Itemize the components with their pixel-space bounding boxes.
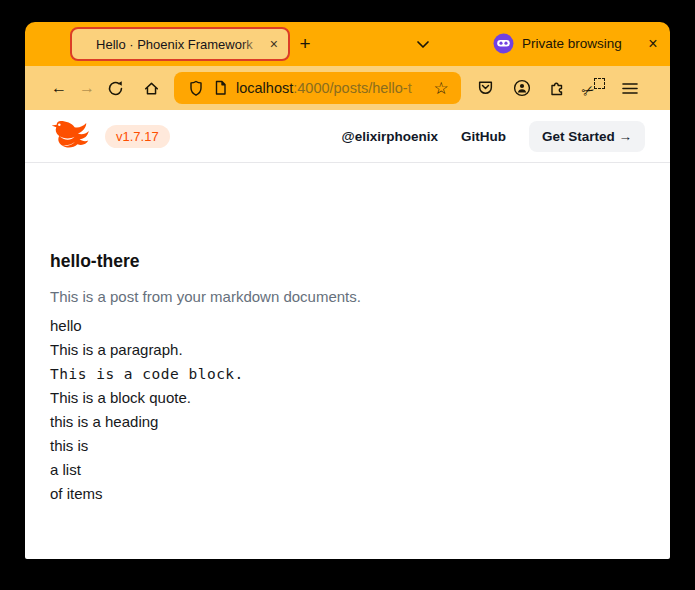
version-badge: v1.7.17 (105, 125, 170, 148)
list-tabs-chevron-down-icon[interactable] (409, 30, 437, 58)
navigation-toolbar: ← → localhost:4000/posts/hello-t ☆ (25, 66, 670, 110)
url-bar[interactable]: localhost:4000/posts/hello-t ☆ (174, 72, 461, 104)
link-elixirphoenix[interactable]: @elixirphoenix (342, 129, 438, 144)
home-button[interactable] (137, 74, 165, 102)
post-line: a list (50, 458, 645, 482)
private-mask-icon (493, 33, 514, 54)
post-title: hello-there (50, 251, 645, 271)
reload-button[interactable] (101, 74, 129, 102)
post-line: of items (50, 482, 645, 506)
post-line: hello (50, 314, 645, 338)
tab-bar: Hello · Phoenix Framework × + Private br… (25, 22, 670, 66)
toolbar-right-icons: ✂ (472, 74, 643, 102)
back-button[interactable]: ← (45, 74, 73, 102)
active-tab[interactable]: Hello · Phoenix Framework × (70, 27, 290, 61)
url-host: localhost (236, 80, 293, 96)
phoenix-logo[interactable] (50, 118, 90, 154)
new-tab-button[interactable]: + (291, 30, 319, 58)
menu-hamburger-icon[interactable] (616, 74, 643, 102)
url-text: localhost:4000/posts/hello-t (236, 80, 429, 96)
site-header: v1.7.17 @elixirphoenix GitHub Get Starte… (25, 110, 670, 163)
tab-title-wrap: Hello · Phoenix Framework (82, 35, 267, 53)
screenshot-dashed-box (594, 78, 605, 89)
tab-close-icon[interactable]: × (267, 35, 281, 53)
private-browsing-badge: Private browsing (493, 33, 622, 54)
window-close-button[interactable]: × (641, 32, 665, 56)
page-content: v1.7.17 @elixirphoenix GitHub Get Starte… (25, 110, 670, 559)
post-code-line: This is a code block. (50, 362, 645, 386)
bookmark-star-icon[interactable]: ☆ (429, 75, 453, 101)
url-path: :4000/posts/hello-t (293, 80, 412, 96)
forward-button[interactable]: → (73, 74, 101, 102)
browser-window: Hello · Phoenix Framework × + Private br… (25, 22, 670, 559)
private-browsing-label: Private browsing (522, 36, 622, 51)
post-article: hello-there This is a post from your mar… (25, 163, 670, 506)
tracking-shield-icon[interactable] (184, 76, 208, 100)
get-started-button[interactable]: Get Started → (529, 121, 645, 152)
tab-title: Hello · Phoenix Framework (96, 37, 253, 52)
post-line: This is a paragraph. (50, 338, 645, 362)
post-line: this is (50, 434, 645, 458)
pocket-icon[interactable] (472, 74, 499, 102)
page-info-icon[interactable] (208, 76, 232, 100)
post-line: this is a heading (50, 410, 645, 434)
account-icon[interactable] (508, 74, 535, 102)
screenshot-scissors-icon[interactable]: ✂ (580, 74, 607, 102)
post-line: This is a block quote. (50, 386, 645, 410)
extensions-puzzle-icon[interactable] (544, 74, 571, 102)
link-github[interactable]: GitHub (461, 129, 506, 144)
post-subtitle: This is a post from your markdown docume… (50, 287, 645, 306)
